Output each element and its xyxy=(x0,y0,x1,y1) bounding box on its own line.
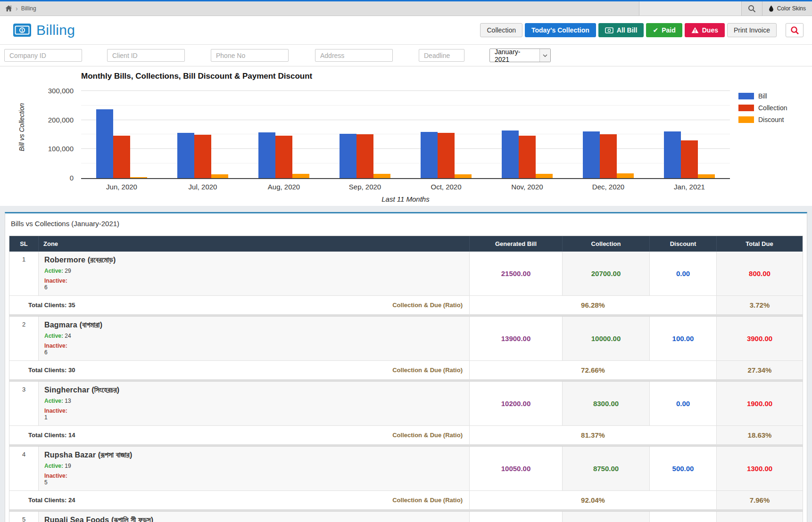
chevron-down-icon xyxy=(539,49,550,62)
chart-y-tick: 0 xyxy=(22,174,74,182)
collection-button[interactable]: Collection xyxy=(480,23,522,37)
filter-bar: January-2021 xyxy=(0,44,812,66)
discount-value: 100.00 xyxy=(650,317,717,361)
discount-value: 500.00 xyxy=(650,447,717,491)
chart-y-tick: 300,000 xyxy=(22,87,74,95)
bar-discount xyxy=(455,174,472,178)
bar-discount xyxy=(211,174,228,178)
bar-collection xyxy=(113,136,130,178)
total-clients-row: Total Clients: 14Collection & Due (Ratio… xyxy=(9,426,470,445)
row-sl: 1 xyxy=(9,252,39,296)
collection-ratio-value: 81.37% xyxy=(470,426,717,445)
active-label: Active: xyxy=(44,268,63,274)
active-count: Active: 19 xyxy=(44,463,464,469)
chart-group-oct-2020 xyxy=(406,82,487,178)
chart-x-tick: Jun, 2020 xyxy=(81,183,162,191)
due-ratio-value: 18.63% xyxy=(717,426,803,445)
panel-heading: Bills vs Collections (January-2021) xyxy=(5,213,807,236)
bar-discount xyxy=(373,174,390,178)
discount-value: 0.00 xyxy=(650,512,717,522)
total-due-value: 1900.00 xyxy=(717,382,803,426)
breadcrumb-current: Billing xyxy=(21,5,36,12)
legend-item-bill: Bill xyxy=(738,92,787,100)
zone-name: Singherchar (সিংহেরচর) xyxy=(44,386,464,394)
dues-label: Dues xyxy=(702,26,718,34)
home-icon[interactable] xyxy=(5,5,12,12)
page-title: Billing xyxy=(36,22,75,38)
all-bill-label: All Bill xyxy=(617,26,638,34)
ratio-label: Collection & Due (Ratio) xyxy=(392,497,463,504)
zone-name: Bagmara (বাগমারা) xyxy=(44,321,464,329)
chart-group-nov-2020 xyxy=(487,82,568,178)
bar-discount xyxy=(536,174,553,178)
zone-name: Rupsha Bazar (রূপসা বাজার) xyxy=(44,451,464,459)
print-invoice-button[interactable]: Print Invoice xyxy=(727,23,777,37)
total-clients-text: Total Clients: 24 xyxy=(28,497,75,504)
company-id-input[interactable] xyxy=(4,49,82,62)
address-input[interactable] xyxy=(315,49,393,62)
breadcrumb-separator: › xyxy=(16,5,18,12)
chart-x-tick: Jul, 2020 xyxy=(162,183,243,191)
navbar-search-button[interactable] xyxy=(742,1,762,16)
total-clients-row: Total Clients: 24Collection & Due (Ratio… xyxy=(9,491,470,510)
active-count: Active: 13 xyxy=(44,398,464,404)
ratio-label: Collection & Due (Ratio) xyxy=(392,302,463,309)
page-header: 1 Billing Collection Today's Collection … xyxy=(0,16,812,44)
discount-value: 0.00 xyxy=(650,382,717,426)
search-icon xyxy=(748,5,756,13)
zone-name: Robermore (রবেরমোড়) xyxy=(44,256,464,264)
active-count: Active: 29 xyxy=(44,268,464,274)
all-bill-button[interactable]: All Bill xyxy=(598,23,644,37)
color-skins-toggle[interactable]: Color Skins xyxy=(762,1,812,16)
chart-group-jul-2020 xyxy=(162,82,243,178)
dues-button[interactable]: Dues xyxy=(685,23,725,37)
legend-swatch xyxy=(738,93,754,99)
chart-group-jan-2021 xyxy=(649,82,730,178)
chart-x-tick: Sep, 2020 xyxy=(324,183,406,191)
bar-bill xyxy=(177,133,194,178)
bar-bill xyxy=(258,132,275,178)
lower-section: Bills vs Collections (January-2021) SLZo… xyxy=(0,206,812,522)
bar-bill xyxy=(583,131,600,178)
legend-swatch xyxy=(738,116,754,123)
todays-collection-button[interactable]: Today's Collection xyxy=(525,23,596,37)
search-icon-red xyxy=(790,26,799,35)
total-clients-row: Total Clients: 30Collection & Due (Ratio… xyxy=(9,361,470,380)
svg-text:1: 1 xyxy=(21,28,23,33)
active-count: Active: 24 xyxy=(44,333,464,339)
zone-cell: Robermore (রবেরমোড়)Active: 29Inactive: … xyxy=(39,252,470,296)
deadline-input[interactable] xyxy=(419,49,464,62)
bar-discount xyxy=(130,177,147,178)
collection-value: 5100.00 xyxy=(563,512,650,522)
chart-x-tick: Nov, 2020 xyxy=(487,183,568,191)
chart-y-tick: 200,000 xyxy=(22,116,74,124)
header-search-button[interactable] xyxy=(786,23,804,37)
inactive-count: Inactive: 1 xyxy=(44,408,464,421)
total-clients-text: Total Clients: 35 xyxy=(28,302,75,309)
phone-no-input[interactable] xyxy=(211,49,289,62)
chart-group-jun-2020 xyxy=(81,82,162,178)
legend-swatch xyxy=(738,105,754,111)
collection-ratio-value: 96.28% xyxy=(470,296,717,315)
month-select[interactable]: January-2021 xyxy=(489,49,551,62)
zone-cell: Singherchar (সিংহেরচর)Active: 13Inactive… xyxy=(39,382,470,426)
collection-ratio-value: 72.66% xyxy=(470,361,717,380)
billing-money-icon: 1 xyxy=(13,24,31,37)
total-due-value: 3900.00 xyxy=(717,317,803,361)
column-header-collection: Collection xyxy=(563,236,650,252)
client-id-input[interactable] xyxy=(107,49,185,62)
navbar-search-input[interactable] xyxy=(639,1,742,16)
bar-collection xyxy=(194,135,211,178)
active-label: Active: xyxy=(44,333,63,339)
generated-bill-value: 21500.00 xyxy=(470,252,563,296)
bar-discount xyxy=(698,174,715,178)
generated-bill-value: 13900.00 xyxy=(470,317,563,361)
bar-collection xyxy=(519,136,536,178)
inactive-count: Inactive: 6 xyxy=(44,277,464,291)
chart-legend: BillCollectionDiscount xyxy=(738,92,787,123)
row-sl: 5 xyxy=(9,512,39,522)
total-clients-text: Total Clients: 30 xyxy=(28,367,75,374)
inactive-label: Inactive: xyxy=(44,343,464,349)
banknote-icon xyxy=(605,27,613,33)
paid-button[interactable]: ✔ Paid xyxy=(646,23,682,37)
